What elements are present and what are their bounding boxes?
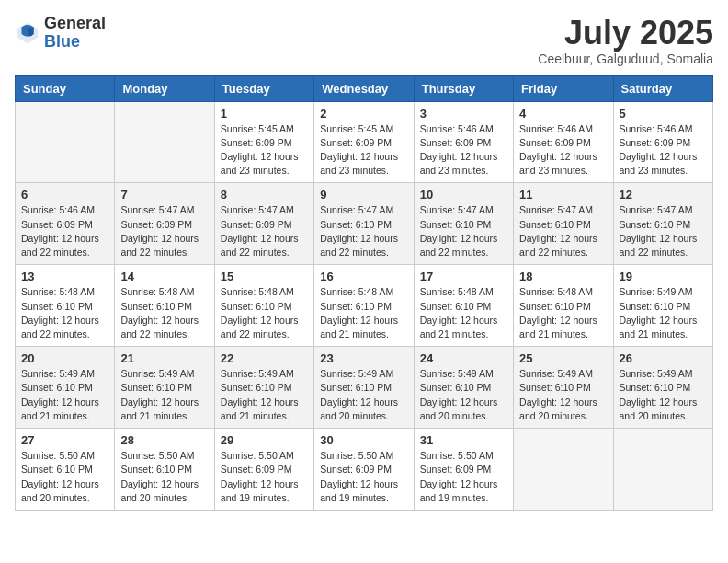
day-info: Sunrise: 5:50 AM Sunset: 6:09 PM Dayligh… <box>420 449 507 505</box>
calendar-cell: 20Sunrise: 5:49 AM Sunset: 6:10 PM Dayli… <box>16 347 115 429</box>
calendar-cell <box>514 429 613 511</box>
day-number: 3 <box>420 107 507 121</box>
generalblue-logo-icon <box>15 20 40 46</box>
day-info: Sunrise: 5:50 AM Sunset: 6:10 PM Dayligh… <box>21 449 108 505</box>
calendar-cell <box>613 429 712 511</box>
calendar-week-4: 20Sunrise: 5:49 AM Sunset: 6:10 PM Dayli… <box>16 347 713 429</box>
day-number: 6 <box>21 188 108 201</box>
calendar-cell <box>115 101 214 183</box>
calendar-cell: 24Sunrise: 5:49 AM Sunset: 6:10 PM Dayli… <box>414 347 513 429</box>
day-info: Sunrise: 5:46 AM Sunset: 6:09 PM Dayligh… <box>620 122 707 178</box>
day-number: 21 <box>120 351 208 365</box>
day-info: Sunrise: 5:49 AM Sunset: 6:10 PM Dayligh… <box>620 285 707 341</box>
calendar-week-5: 27Sunrise: 5:50 AM Sunset: 6:10 PM Dayli… <box>16 429 713 511</box>
calendar-cell: 16Sunrise: 5:48 AM Sunset: 6:10 PM Dayli… <box>314 265 414 347</box>
day-info: Sunrise: 5:47 AM Sunset: 6:09 PM Dayligh… <box>120 203 208 259</box>
calendar-cell: 11Sunrise: 5:47 AM Sunset: 6:10 PM Dayli… <box>514 183 613 265</box>
day-info: Sunrise: 5:50 AM Sunset: 6:10 PM Dayligh… <box>120 449 208 505</box>
calendar-cell: 29Sunrise: 5:50 AM Sunset: 6:09 PM Dayli… <box>214 429 313 511</box>
page-header: General Blue July 2025 Ceelbuur, Galgudu… <box>15 15 713 66</box>
calendar-cell: 4Sunrise: 5:46 AM Sunset: 6:09 PM Daylig… <box>514 101 613 183</box>
calendar-week-2: 6Sunrise: 5:46 AM Sunset: 6:09 PM Daylig… <box>16 183 713 265</box>
calendar-cell: 9Sunrise: 5:47 AM Sunset: 6:10 PM Daylig… <box>314 183 414 265</box>
logo-text: General Blue <box>44 15 106 52</box>
weekday-header-monday: Monday <box>115 75 214 101</box>
calendar-cell: 10Sunrise: 5:47 AM Sunset: 6:10 PM Dayli… <box>414 183 513 265</box>
day-number: 22 <box>221 351 308 365</box>
day-number: 5 <box>620 107 707 121</box>
day-info: Sunrise: 5:48 AM Sunset: 6:10 PM Dayligh… <box>519 285 607 341</box>
calendar-cell: 1Sunrise: 5:45 AM Sunset: 6:09 PM Daylig… <box>214 101 313 183</box>
day-info: Sunrise: 5:48 AM Sunset: 6:10 PM Dayligh… <box>320 285 407 341</box>
calendar-cell: 12Sunrise: 5:47 AM Sunset: 6:10 PM Dayli… <box>613 183 712 265</box>
day-number: 2 <box>320 107 407 121</box>
day-number: 16 <box>320 270 407 283</box>
day-number: 26 <box>620 351 707 365</box>
day-info: Sunrise: 5:50 AM Sunset: 6:09 PM Dayligh… <box>320 449 407 505</box>
weekday-header-tuesday: Tuesday <box>214 75 313 101</box>
weekday-header-friday: Friday <box>514 75 613 101</box>
day-number: 1 <box>221 107 308 121</box>
title-block: July 2025 Ceelbuur, Galguduud, Somalia <box>538 15 713 66</box>
day-number: 20 <box>21 351 108 365</box>
calendar-cell: 22Sunrise: 5:49 AM Sunset: 6:10 PM Dayli… <box>214 347 313 429</box>
day-number: 10 <box>420 188 507 201</box>
weekday-header-thursday: Thursday <box>414 75 513 101</box>
month-title: July 2025 <box>538 15 713 52</box>
day-info: Sunrise: 5:47 AM Sunset: 6:10 PM Dayligh… <box>620 203 707 259</box>
calendar-cell: 26Sunrise: 5:49 AM Sunset: 6:10 PM Dayli… <box>613 347 712 429</box>
calendar-cell: 18Sunrise: 5:48 AM Sunset: 6:10 PM Dayli… <box>514 265 613 347</box>
weekday-header-saturday: Saturday <box>613 75 712 101</box>
day-info: Sunrise: 5:49 AM Sunset: 6:10 PM Dayligh… <box>620 367 707 423</box>
calendar-cell: 5Sunrise: 5:46 AM Sunset: 6:09 PM Daylig… <box>613 101 712 183</box>
day-info: Sunrise: 5:48 AM Sunset: 6:10 PM Dayligh… <box>420 285 507 341</box>
calendar-cell: 2Sunrise: 5:45 AM Sunset: 6:09 PM Daylig… <box>314 101 414 183</box>
day-number: 29 <box>221 433 308 447</box>
day-info: Sunrise: 5:47 AM Sunset: 6:09 PM Dayligh… <box>221 203 308 259</box>
day-number: 27 <box>21 433 108 447</box>
day-number: 14 <box>120 270 208 283</box>
calendar-cell: 3Sunrise: 5:46 AM Sunset: 6:09 PM Daylig… <box>414 101 513 183</box>
day-number: 11 <box>519 188 607 201</box>
day-number: 12 <box>620 188 707 201</box>
day-number: 9 <box>320 188 407 201</box>
weekday-header-sunday: Sunday <box>16 75 115 101</box>
calendar-cell: 23Sunrise: 5:49 AM Sunset: 6:10 PM Dayli… <box>314 347 414 429</box>
day-number: 8 <box>221 188 308 201</box>
calendar-cell: 27Sunrise: 5:50 AM Sunset: 6:10 PM Dayli… <box>16 429 115 511</box>
day-number: 15 <box>221 270 308 283</box>
logo: General Blue <box>15 15 106 52</box>
day-info: Sunrise: 5:50 AM Sunset: 6:09 PM Dayligh… <box>221 449 308 505</box>
day-info: Sunrise: 5:49 AM Sunset: 6:10 PM Dayligh… <box>519 367 607 423</box>
day-number: 31 <box>420 433 507 447</box>
day-number: 7 <box>120 188 208 201</box>
day-info: Sunrise: 5:48 AM Sunset: 6:10 PM Dayligh… <box>221 285 308 341</box>
day-info: Sunrise: 5:49 AM Sunset: 6:10 PM Dayligh… <box>21 367 108 423</box>
calendar-header-row: SundayMondayTuesdayWednesdayThursdayFrid… <box>16 75 713 101</box>
day-info: Sunrise: 5:49 AM Sunset: 6:10 PM Dayligh… <box>320 367 407 423</box>
day-info: Sunrise: 5:46 AM Sunset: 6:09 PM Dayligh… <box>21 203 108 259</box>
calendar-cell: 28Sunrise: 5:50 AM Sunset: 6:10 PM Dayli… <box>115 429 214 511</box>
calendar-cell: 21Sunrise: 5:49 AM Sunset: 6:10 PM Dayli… <box>115 347 214 429</box>
day-number: 23 <box>320 351 407 365</box>
calendar-cell: 8Sunrise: 5:47 AM Sunset: 6:09 PM Daylig… <box>214 183 313 265</box>
calendar-cell: 13Sunrise: 5:48 AM Sunset: 6:10 PM Dayli… <box>16 265 115 347</box>
calendar-week-1: 1Sunrise: 5:45 AM Sunset: 6:09 PM Daylig… <box>16 101 713 183</box>
day-info: Sunrise: 5:49 AM Sunset: 6:10 PM Dayligh… <box>120 367 208 423</box>
day-info: Sunrise: 5:45 AM Sunset: 6:09 PM Dayligh… <box>320 122 407 178</box>
calendar-cell: 31Sunrise: 5:50 AM Sunset: 6:09 PM Dayli… <box>414 429 513 511</box>
day-number: 24 <box>420 351 507 365</box>
calendar-week-3: 13Sunrise: 5:48 AM Sunset: 6:10 PM Dayli… <box>16 265 713 347</box>
day-info: Sunrise: 5:46 AM Sunset: 6:09 PM Dayligh… <box>519 122 607 178</box>
location-subtitle: Ceelbuur, Galguduud, Somalia <box>538 52 713 66</box>
day-number: 25 <box>519 351 607 365</box>
calendar-cell: 25Sunrise: 5:49 AM Sunset: 6:10 PM Dayli… <box>514 347 613 429</box>
calendar-table: SundayMondayTuesdayWednesdayThursdayFrid… <box>15 75 713 511</box>
day-info: Sunrise: 5:47 AM Sunset: 6:10 PM Dayligh… <box>420 203 507 259</box>
day-number: 13 <box>21 270 108 283</box>
day-info: Sunrise: 5:46 AM Sunset: 6:09 PM Dayligh… <box>420 122 507 178</box>
day-number: 28 <box>120 433 208 447</box>
day-info: Sunrise: 5:45 AM Sunset: 6:09 PM Dayligh… <box>221 122 308 178</box>
day-number: 17 <box>420 270 507 283</box>
day-info: Sunrise: 5:49 AM Sunset: 6:10 PM Dayligh… <box>420 367 507 423</box>
